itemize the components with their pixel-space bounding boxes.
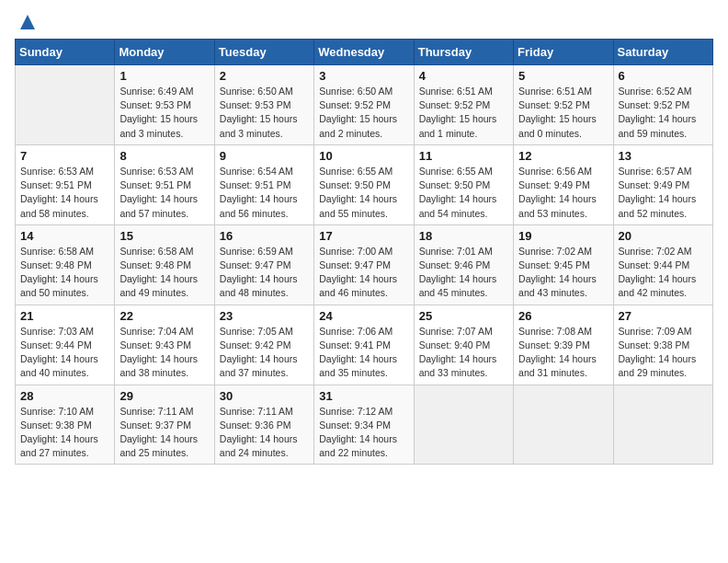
- day-info: Sunrise: 7:02 AMSunset: 9:44 PMDaylight:…: [619, 245, 708, 301]
- day-number: 4: [419, 69, 508, 83]
- day-info: Sunrise: 6:59 AMSunset: 9:47 PMDaylight:…: [220, 245, 309, 301]
- day-info: Sunrise: 6:51 AMSunset: 9:52 PMDaylight:…: [419, 85, 508, 141]
- calendar-cell: 6Sunrise: 6:52 AMSunset: 9:52 PMDaylight…: [613, 65, 712, 145]
- calendar-cell: 29Sunrise: 7:11 AMSunset: 9:37 PMDayligh…: [115, 385, 214, 465]
- day-number: 15: [119, 229, 209, 243]
- calendar-cell: [514, 385, 613, 465]
- week-row-2: 7Sunrise: 6:53 AMSunset: 9:51 PMDaylight…: [16, 144, 713, 224]
- day-info: Sunrise: 7:06 AMSunset: 9:41 PMDaylight:…: [319, 325, 408, 381]
- calendar-body: 1Sunrise: 6:49 AMSunset: 9:53 PMDaylight…: [16, 65, 713, 465]
- weekday-header-row: SundayMondayTuesdayWednesdayThursdayFrid…: [16, 40, 713, 65]
- day-number: 9: [220, 149, 309, 163]
- day-info: Sunrise: 7:02 AMSunset: 9:45 PMDaylight:…: [518, 245, 608, 301]
- day-number: 24: [319, 309, 408, 323]
- calendar-cell: 1Sunrise: 6:49 AMSunset: 9:53 PMDaylight…: [115, 65, 214, 145]
- day-number: 11: [419, 149, 508, 163]
- day-info: Sunrise: 6:56 AMSunset: 9:49 PMDaylight:…: [518, 165, 608, 221]
- calendar-cell: 22Sunrise: 7:04 AMSunset: 9:43 PMDayligh…: [115, 304, 214, 385]
- weekday-header-tuesday: Tuesday: [214, 40, 313, 65]
- day-info: Sunrise: 6:55 AMSunset: 9:50 PMDaylight:…: [419, 165, 508, 221]
- day-info: Sunrise: 6:57 AMSunset: 9:49 PMDaylight:…: [619, 165, 708, 221]
- calendar-table: SundayMondayTuesdayWednesdayThursdayFrid…: [15, 39, 713, 465]
- calendar-cell: 23Sunrise: 7:05 AMSunset: 9:42 PMDayligh…: [214, 304, 313, 385]
- calendar-cell: 20Sunrise: 7:02 AMSunset: 9:44 PMDayligh…: [613, 224, 712, 304]
- calendar-cell: 9Sunrise: 6:54 AMSunset: 9:51 PMDaylight…: [214, 144, 313, 224]
- weekday-header-friday: Friday: [514, 40, 613, 65]
- calendar-cell: 13Sunrise: 6:57 AMSunset: 9:49 PMDayligh…: [613, 144, 712, 224]
- day-info: Sunrise: 6:50 AMSunset: 9:53 PMDaylight:…: [220, 85, 309, 141]
- calendar-cell: 25Sunrise: 7:07 AMSunset: 9:40 PMDayligh…: [414, 304, 513, 385]
- day-number: 8: [119, 149, 209, 163]
- day-number: 27: [619, 309, 708, 323]
- day-number: 3: [319, 69, 408, 83]
- calendar-cell: 16Sunrise: 6:59 AMSunset: 9:47 PMDayligh…: [214, 224, 313, 304]
- day-info: Sunrise: 7:11 AMSunset: 9:37 PMDaylight:…: [119, 405, 209, 461]
- day-number: 30: [220, 389, 309, 403]
- day-info: Sunrise: 7:12 AMSunset: 9:34 PMDaylight:…: [319, 405, 408, 461]
- day-info: Sunrise: 7:05 AMSunset: 9:42 PMDaylight:…: [220, 325, 309, 381]
- day-info: Sunrise: 6:55 AMSunset: 9:50 PMDaylight:…: [319, 165, 408, 221]
- calendar-cell: 11Sunrise: 6:55 AMSunset: 9:50 PMDayligh…: [414, 144, 513, 224]
- day-number: 16: [220, 229, 309, 243]
- calendar-cell: 24Sunrise: 7:06 AMSunset: 9:41 PMDayligh…: [314, 304, 414, 385]
- calendar-cell: 2Sunrise: 6:50 AMSunset: 9:53 PMDaylight…: [214, 65, 313, 145]
- calendar-cell: 10Sunrise: 6:55 AMSunset: 9:50 PMDayligh…: [314, 144, 414, 224]
- day-info: Sunrise: 6:51 AMSunset: 9:52 PMDaylight:…: [518, 85, 608, 141]
- day-info: Sunrise: 6:58 AMSunset: 9:48 PMDaylight:…: [20, 245, 109, 301]
- day-number: 19: [518, 229, 608, 243]
- day-number: 20: [619, 229, 708, 243]
- week-row-1: 1Sunrise: 6:49 AMSunset: 9:53 PMDaylight…: [16, 65, 713, 145]
- calendar-cell: 5Sunrise: 6:51 AMSunset: 9:52 PMDaylight…: [514, 65, 613, 145]
- calendar-cell: 4Sunrise: 6:51 AMSunset: 9:52 PMDaylight…: [414, 65, 513, 145]
- day-number: 29: [119, 389, 209, 403]
- day-number: 1: [119, 69, 209, 83]
- day-info: Sunrise: 6:58 AMSunset: 9:48 PMDaylight:…: [119, 245, 209, 301]
- calendar-cell: 26Sunrise: 7:08 AMSunset: 9:39 PMDayligh…: [514, 304, 613, 385]
- day-number: 17: [319, 229, 408, 243]
- weekday-header-thursday: Thursday: [414, 40, 513, 65]
- weekday-header-wednesday: Wednesday: [314, 40, 414, 65]
- week-row-5: 28Sunrise: 7:10 AMSunset: 9:38 PMDayligh…: [16, 385, 713, 465]
- calendar-cell: 14Sunrise: 6:58 AMSunset: 9:48 PMDayligh…: [16, 224, 115, 304]
- day-number: 6: [619, 69, 708, 83]
- calendar-cell: 21Sunrise: 7:03 AMSunset: 9:44 PMDayligh…: [16, 304, 115, 385]
- calendar-cell: [414, 385, 513, 465]
- day-number: 26: [518, 309, 608, 323]
- day-number: 10: [319, 149, 408, 163]
- weekday-header-monday: Monday: [115, 40, 214, 65]
- day-info: Sunrise: 7:09 AMSunset: 9:38 PMDaylight:…: [619, 325, 708, 381]
- calendar-cell: 27Sunrise: 7:09 AMSunset: 9:38 PMDayligh…: [613, 304, 712, 385]
- day-info: Sunrise: 7:07 AMSunset: 9:40 PMDaylight:…: [419, 325, 508, 381]
- day-number: 13: [619, 149, 708, 163]
- calendar-cell: [613, 385, 712, 465]
- day-info: Sunrise: 7:11 AMSunset: 9:36 PMDaylight:…: [220, 405, 309, 461]
- calendar-cell: 28Sunrise: 7:10 AMSunset: 9:38 PMDayligh…: [16, 385, 115, 465]
- svg-marker-0: [20, 15, 35, 29]
- weekday-header-sunday: Sunday: [16, 40, 115, 65]
- day-info: Sunrise: 6:53 AMSunset: 9:51 PMDaylight:…: [119, 165, 209, 221]
- day-info: Sunrise: 7:03 AMSunset: 9:44 PMDaylight:…: [20, 325, 109, 381]
- day-info: Sunrise: 6:52 AMSunset: 9:52 PMDaylight:…: [619, 85, 708, 141]
- calendar-cell: 7Sunrise: 6:53 AMSunset: 9:51 PMDaylight…: [16, 144, 115, 224]
- day-info: Sunrise: 7:04 AMSunset: 9:43 PMDaylight:…: [119, 325, 209, 381]
- week-row-4: 21Sunrise: 7:03 AMSunset: 9:44 PMDayligh…: [16, 304, 713, 385]
- day-info: Sunrise: 7:00 AMSunset: 9:47 PMDaylight:…: [319, 245, 408, 301]
- day-number: 2: [220, 69, 309, 83]
- day-number: 7: [20, 149, 109, 163]
- day-number: 31: [319, 389, 408, 403]
- day-info: Sunrise: 6:53 AMSunset: 9:51 PMDaylight:…: [20, 165, 109, 221]
- day-number: 21: [20, 309, 109, 323]
- day-info: Sunrise: 7:10 AMSunset: 9:38 PMDaylight:…: [20, 405, 109, 461]
- day-number: 22: [119, 309, 209, 323]
- day-number: 23: [220, 309, 309, 323]
- day-number: 5: [518, 69, 608, 83]
- calendar-cell: 15Sunrise: 6:58 AMSunset: 9:48 PMDayligh…: [115, 224, 214, 304]
- day-number: 12: [518, 149, 608, 163]
- calendar-cell: 30Sunrise: 7:11 AMSunset: 9:36 PMDayligh…: [214, 385, 313, 465]
- calendar-cell: 31Sunrise: 7:12 AMSunset: 9:34 PMDayligh…: [314, 385, 414, 465]
- calendar-cell: [16, 65, 115, 145]
- calendar-cell: 3Sunrise: 6:50 AMSunset: 9:52 PMDaylight…: [314, 65, 414, 145]
- day-info: Sunrise: 7:08 AMSunset: 9:39 PMDaylight:…: [518, 325, 608, 381]
- calendar-cell: 18Sunrise: 7:01 AMSunset: 9:46 PMDayligh…: [414, 224, 513, 304]
- logo: [15, 15, 37, 31]
